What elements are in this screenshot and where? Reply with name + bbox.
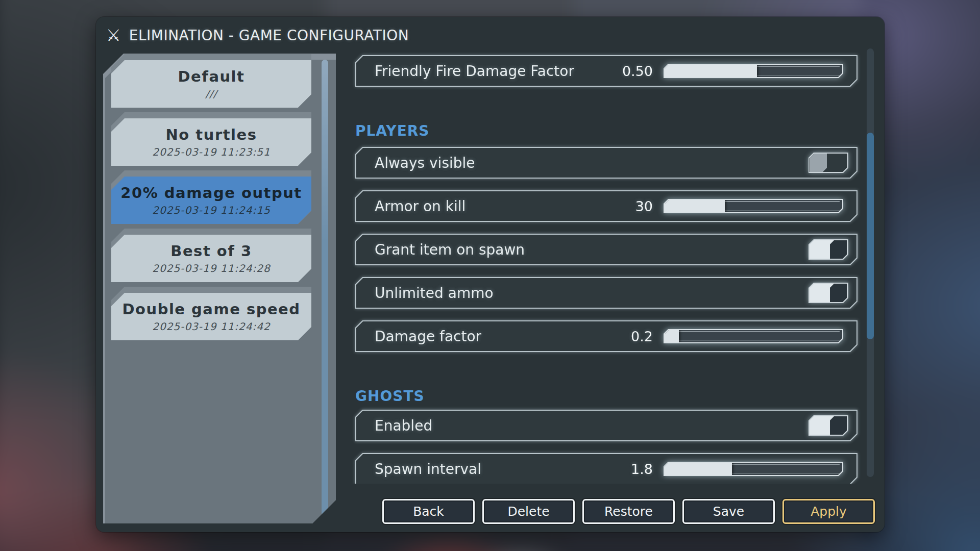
preset-item-no-turtles[interactable]: No turtles 2025-03-19 11:23:51 <box>111 112 311 166</box>
setting-row-damage-factor: Damage factor 0.2 <box>355 320 857 352</box>
setting-label: Always visible <box>375 155 475 171</box>
setting-row-spawn-interval: Spawn interval 1.8 <box>355 453 857 484</box>
setting-label: Grant item on spawn <box>375 241 525 258</box>
restore-button[interactable]: Restore <box>582 499 675 524</box>
always-visible-toggle[interactable] <box>808 153 848 173</box>
setting-label: Armor on kill <box>375 198 465 215</box>
save-button[interactable]: Save <box>682 499 775 524</box>
toggle-knob <box>810 154 827 172</box>
preset-name: Double game speed <box>122 300 300 318</box>
preset-scrollbar-thumb[interactable] <box>322 60 328 516</box>
dialog-title: ELIMINATION - GAME CONFIGURATION <box>129 27 409 44</box>
setting-value: 1.8 <box>631 461 653 477</box>
setting-row-friendly-fire-damage-factor: Friendly Fire Damage Factor 0.50 <box>355 55 857 87</box>
setting-row-grant-item-on-spawn: Grant item on spawn <box>355 234 857 265</box>
back-button[interactable]: Back <box>382 499 475 524</box>
apply-button[interactable]: Apply <box>782 499 875 524</box>
preset-face: Best of 3 2025-03-19 11:24:28 <box>111 235 311 282</box>
settings-scrollbar-thumb[interactable] <box>867 133 874 339</box>
slider-fill <box>665 463 732 475</box>
section-header-ghosts: GHOSTS <box>355 388 864 405</box>
preset-timestamp: 2025-03-19 11:24:42 <box>152 320 270 333</box>
preset-face: Double game speed 2025-03-19 11:24:42 <box>111 293 311 340</box>
preset-name: No turtles <box>166 126 257 143</box>
setting-value: 0.50 <box>622 63 653 79</box>
preset-item-default[interactable]: Default /// <box>111 54 311 108</box>
ghosts-enabled-toggle[interactable] <box>808 415 848 436</box>
setting-label: Enabled <box>375 417 432 434</box>
toggle-knob <box>830 284 847 302</box>
preset-name: Default <box>178 68 245 85</box>
spawn-interval-slider[interactable] <box>664 462 843 476</box>
armor-on-kill-slider[interactable] <box>664 199 843 213</box>
settings-scrollbar-track[interactable] <box>867 48 874 477</box>
slider-fill <box>665 200 725 212</box>
setting-row-enabled: Enabled <box>355 410 857 441</box>
preset-timestamp: 2025-03-19 11:24:15 <box>152 204 270 216</box>
setting-row-armor-on-kill: Armor on kill 30 <box>355 190 857 222</box>
unlimited-ammo-toggle[interactable] <box>808 283 848 303</box>
crossed-swords-icon: ⚔ <box>106 27 121 43</box>
setting-value: 30 <box>635 198 653 214</box>
toggle-knob <box>830 416 847 435</box>
dialog-titlebar: ⚔ ELIMINATION - GAME CONFIGURATION <box>106 25 409 45</box>
setting-row-unlimited-ammo: Unlimited ammo <box>355 277 857 309</box>
preset-face: 20% damage output 2025-03-19 11:24:15 <box>111 177 311 224</box>
slider-fill <box>665 65 757 77</box>
preset-timestamp: 2025-03-19 11:23:51 <box>152 146 270 158</box>
preset-face: Default /// <box>111 60 311 108</box>
settings-scroll-area: Friendly Fire Damage Factor 0.50 PLAYERS <box>352 46 864 484</box>
toggle-knob <box>830 240 847 259</box>
grant-item-on-spawn-toggle[interactable] <box>808 239 848 260</box>
friendly-fire-damage-slider[interactable] <box>664 64 843 78</box>
preset-item-double-game-speed[interactable]: Double game speed 2025-03-19 11:24:42 <box>111 287 311 340</box>
section-header-players: PLAYERS <box>355 122 864 140</box>
setting-row-always-visible: Always visible <box>355 147 857 179</box>
game-configuration-dialog: ⚔ ELIMINATION - GAME CONFIGURATION Defau… <box>96 17 885 532</box>
preset-item-20-damage-output[interactable]: 20% damage output 2025-03-19 11:24:15 <box>111 170 311 224</box>
preset-name: Best of 3 <box>170 242 252 260</box>
footer-button-bar: Back Delete Restore Save Apply <box>382 499 875 524</box>
preset-face: No turtles 2025-03-19 11:23:51 <box>111 118 311 166</box>
setting-label: Unlimited ammo <box>375 285 494 302</box>
damage-factor-slider[interactable] <box>664 329 843 343</box>
preset-item-best-of-3[interactable]: Best of 3 2025-03-19 11:24:28 <box>111 229 311 282</box>
delete-button[interactable]: Delete <box>482 499 575 524</box>
setting-value: 0.2 <box>631 329 653 344</box>
preset-timestamp: 2025-03-19 11:24:28 <box>152 262 270 274</box>
setting-label: Friendly Fire Damage Factor <box>375 63 574 80</box>
setting-label: Damage factor <box>375 328 481 345</box>
preset-timestamp: /// <box>205 88 217 100</box>
setting-label: Spawn interval <box>375 461 481 478</box>
preset-list-panel: Default /// No turtles 2025-03-19 11:23:… <box>103 54 336 523</box>
preset-name: 20% damage output <box>120 184 302 202</box>
